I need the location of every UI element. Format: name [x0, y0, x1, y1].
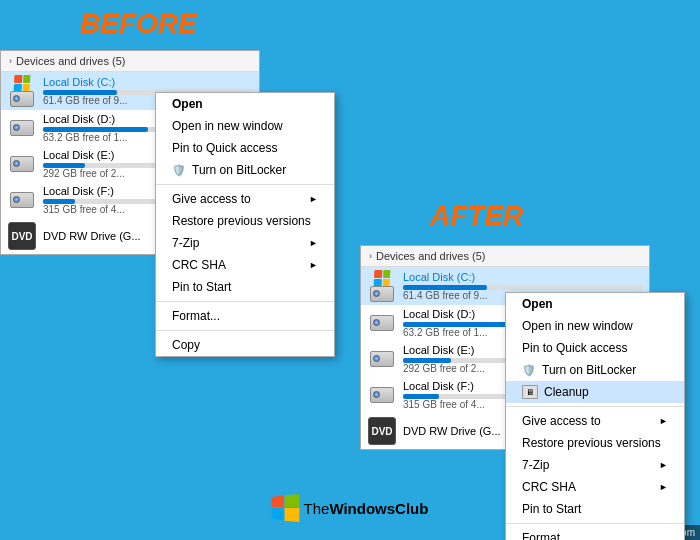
svg-marker-0: [272, 496, 284, 508]
chevron-down-icon: ›: [9, 56, 12, 66]
ctx-7zip[interactable]: 7-Zip ►: [156, 232, 334, 254]
shield-icon: 🛡️: [172, 163, 186, 177]
arrow-icon: ►: [309, 194, 318, 204]
ctx-7zip-after[interactable]: 7-Zip ►: [506, 454, 684, 476]
ctx-format-after[interactable]: Format...: [506, 527, 684, 540]
separator-after-1: [506, 406, 684, 407]
shield-icon-after: 🛡️: [522, 363, 536, 377]
drive-c-name: Local Disk (C:): [43, 76, 253, 88]
arrow-icon: ►: [659, 482, 668, 492]
dvd-label-icon-after: DVD: [368, 417, 396, 445]
before-explorer-header: › Devices and drives (5): [1, 51, 259, 72]
ctx-pin-start[interactable]: Pin to Start: [156, 276, 334, 298]
drive-d-icon-after: [367, 315, 397, 331]
ctx-crc-after[interactable]: CRC SHA ►: [506, 476, 684, 498]
after-explorer-header: › Devices and drives (5): [361, 246, 649, 267]
drive-f-icon-after: [367, 387, 397, 403]
ctx-crc[interactable]: CRC SHA ►: [156, 254, 334, 276]
ctx-open-after[interactable]: Open: [506, 293, 684, 315]
ctx-cleanup[interactable]: 🖥 Cleanup: [506, 381, 684, 403]
watermark-windowsclub: WindowsClub: [329, 500, 428, 517]
cleanup-icon: 🖥: [522, 385, 538, 399]
arrow-icon: ►: [659, 416, 668, 426]
before-context-menu: Open Open in new window Pin to Quick acc…: [155, 92, 335, 357]
before-header-label: Devices and drives (5): [16, 55, 125, 67]
ctx-open[interactable]: Open: [156, 93, 334, 115]
before-label: BEFORE: [80, 8, 197, 40]
drive-e-icon-after: [367, 351, 397, 367]
arrow-icon: ►: [309, 260, 318, 270]
dvd-drive-icon: DVD: [7, 222, 37, 250]
after-context-menu: Open Open in new window Pin to Quick acc…: [505, 292, 685, 540]
drive-e-icon: [7, 156, 37, 172]
after-label: AFTER: [430, 200, 523, 232]
windows-logo-icon: [374, 270, 391, 286]
svg-marker-2: [272, 508, 284, 521]
watermark: TheWindowsClub: [272, 494, 429, 522]
dvd-icon-after: DVD: [367, 417, 397, 445]
drive-c-icon-after: [367, 270, 397, 302]
ctx-restore[interactable]: Restore previous versions: [156, 210, 334, 232]
separator-2: [156, 301, 334, 302]
separator-3: [156, 330, 334, 331]
drive-c-name-after: Local Disk (C:): [403, 271, 643, 283]
ctx-pin-quick[interactable]: Pin to Quick access: [156, 137, 334, 159]
separator-after-2: [506, 523, 684, 524]
arrow-icon: ►: [309, 238, 318, 248]
separator-1: [156, 184, 334, 185]
drive-d-icon: [7, 120, 37, 136]
ctx-pin-quick-after[interactable]: Pin to Quick access: [506, 337, 684, 359]
ctx-open-new-window-after[interactable]: Open in new window: [506, 315, 684, 337]
ctx-give-access[interactable]: Give access to ►: [156, 188, 334, 210]
ctx-pin-start-after[interactable]: Pin to Start: [506, 498, 684, 520]
ctx-open-new-window[interactable]: Open in new window: [156, 115, 334, 137]
after-header-label: Devices and drives (5): [376, 250, 485, 262]
ctx-restore-after[interactable]: Restore previous versions: [506, 432, 684, 454]
ctx-format[interactable]: Format...: [156, 305, 334, 327]
chevron-down-icon: ›: [369, 251, 372, 261]
drive-f-icon: [7, 192, 37, 208]
svg-marker-1: [285, 494, 300, 507]
dvd-label-icon: DVD: [8, 222, 36, 250]
arrow-icon: ►: [659, 460, 668, 470]
windows-watermark-icon: [272, 494, 300, 522]
svg-marker-3: [285, 508, 300, 522]
ctx-bitlocker[interactable]: 🛡️ Turn on BitLocker: [156, 159, 334, 181]
ctx-bitlocker-after[interactable]: 🛡️ Turn on BitLocker: [506, 359, 684, 381]
ctx-copy[interactable]: Copy: [156, 334, 334, 356]
watermark-text: TheWindowsClub: [304, 500, 429, 517]
drive-c-icon: [7, 75, 37, 107]
ctx-give-access-after[interactable]: Give access to ►: [506, 410, 684, 432]
watermark-the: The: [304, 500, 330, 517]
windows-logo-icon: [14, 75, 31, 91]
